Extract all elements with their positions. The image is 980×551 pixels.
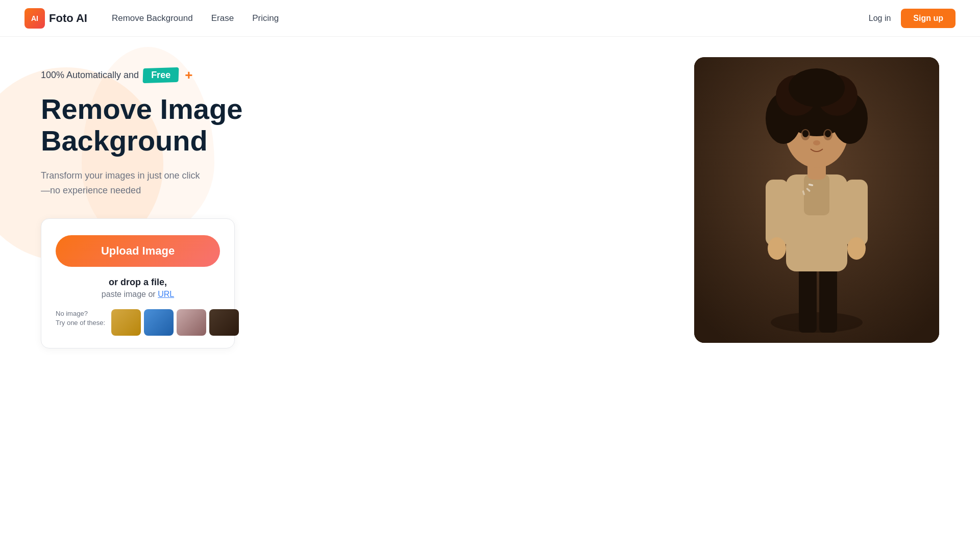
svg-point-8 [768,237,786,260]
url-link[interactable]: URL [158,290,174,298]
login-button[interactable]: Log in [869,14,891,23]
nav-actions: Log in Sign up [869,9,955,28]
svg-point-21 [825,130,831,137]
auto-badge: 100% Automatically and Free + [41,67,388,83]
spinner-svg [800,183,833,215]
upload-image-button[interactable]: Upload Image [56,235,220,267]
svg-line-25 [801,192,802,195]
hero-left: 100% Automatically and Free + Remove Ima… [41,57,388,348]
svg-point-17 [789,68,845,107]
sample-row: No image? Try one of these: [56,309,220,336]
signup-button[interactable]: Sign up [901,9,955,28]
hero-title-line1: Remove Image [41,93,242,125]
logo-icon: AI [24,8,45,29]
sample-label: No image? Try one of these: [56,309,105,328]
loading-spinner [800,183,833,217]
sample-thumb-car[interactable] [144,309,174,336]
svg-rect-2 [799,261,817,333]
nav-remove-background[interactable]: Remove Background [112,13,193,23]
sample-thumb-dog[interactable] [111,309,141,336]
sample-thumbs [111,309,239,336]
svg-line-23 [808,186,811,187]
sample-thumb-coffee[interactable] [209,309,239,336]
svg-rect-6 [766,180,789,246]
nav-links: Remove Background Erase Pricing [112,13,279,23]
hero-section: 100% Automatically and Free + Remove Ima… [0,37,980,551]
hero-title-line2: Background [41,124,208,157]
hero-right [694,57,939,343]
paste-text: paste image or URL [56,290,220,299]
svg-point-22 [813,140,820,145]
hero-title: Remove Image Background [41,93,388,156]
auto-text: 100% Automatically and [41,70,139,81]
image-panel [694,57,939,343]
svg-rect-3 [819,261,837,333]
free-badge: Free [143,68,179,83]
plus-icon: + [185,67,192,83]
hero-subtitle: Transform your images in just one click—… [41,168,388,198]
drop-text: or drop a file, [56,277,220,288]
svg-line-24 [806,190,808,193]
svg-rect-7 [845,180,868,246]
nav-pricing[interactable]: Pricing [252,13,279,23]
sample-thumb-couple[interactable] [177,309,206,336]
svg-point-20 [802,130,808,137]
logo-text: Foto AI [49,12,87,25]
logo-link[interactable]: AI Foto AI [24,8,87,29]
navbar: AI Foto AI Remove Background Erase Prici… [0,0,980,37]
nav-erase[interactable]: Erase [211,13,234,23]
svg-point-9 [847,237,866,260]
upload-box: Upload Image or drop a file, paste image… [41,218,235,348]
logo-letters: AI [31,14,38,22]
